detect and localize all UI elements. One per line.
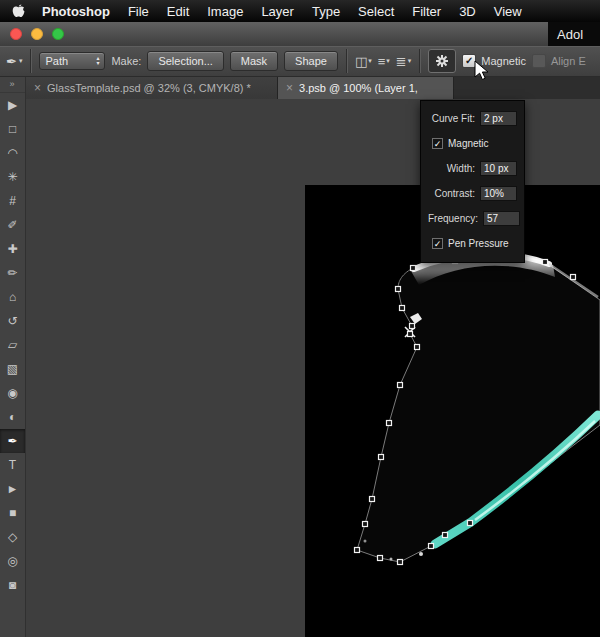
pen-options-panel: Curve Fit: 2 px ✓ Magnetic Width: 10 px …	[420, 100, 525, 263]
dodge-tool[interactable]: ◐	[0, 405, 25, 429]
quick-mask-icon: ◙	[9, 579, 16, 591]
tab-glasstemplate[interactable]: × GlassTemplate.psd @ 32% (3, CMYK/8) *	[26, 77, 278, 99]
eraser-tool-icon: ▱	[8, 339, 17, 351]
collapse-panel-button[interactable]: »	[0, 77, 25, 93]
clone-stamp-tool-icon: ⌂	[9, 291, 16, 303]
clone-stamp-tool[interactable]: ⌂	[0, 285, 25, 309]
path-selection-tool[interactable]: ►	[0, 477, 25, 501]
divider	[419, 49, 420, 73]
eraser-tool[interactable]: ▱	[0, 333, 25, 357]
quick-selection-tool[interactable]: ✳	[0, 165, 25, 189]
eyedropper-tool-icon: ✐	[7, 219, 17, 231]
pen-pressure-checkbox[interactable]: ✓	[432, 238, 443, 249]
path-operations-icon: ◫	[355, 54, 367, 69]
zoom-window-button[interactable]	[52, 28, 64, 40]
brush-tool-icon: ✏	[7, 267, 17, 279]
menu-filter[interactable]: Filter	[403, 4, 450, 19]
menu-type[interactable]: Type	[303, 4, 349, 19]
chevron-down-icon: ▾	[19, 57, 23, 65]
quick-mask-toggle[interactable]: ◙	[0, 573, 25, 597]
hand-tool[interactable]: ◇	[0, 525, 25, 549]
marquee-tool[interactable]: □	[0, 117, 25, 141]
magnetic-row[interactable]: ✓ Magnetic	[421, 131, 524, 156]
width-input[interactable]: 10 px	[480, 161, 517, 176]
tool-mode-value: Path	[45, 55, 68, 67]
eyedropper-tool[interactable]: ✐	[0, 213, 25, 237]
frequency-input[interactable]: 57	[483, 211, 520, 226]
healing-brush-tool[interactable]: ✚	[0, 237, 25, 261]
options-bar: ✒ ▾ Path ▴▾ Make: Selection... Mask Shap…	[0, 46, 600, 77]
frequency-label: Frequency:	[428, 213, 478, 224]
minimize-window-button[interactable]	[31, 28, 43, 40]
magnetic-panel-checkbox[interactable]: ✓	[432, 138, 443, 149]
contrast-input[interactable]: 10%	[480, 186, 517, 201]
magnetic-panel-label: Magnetic	[448, 138, 489, 149]
close-tab-icon[interactable]: ×	[34, 81, 41, 95]
frequency-row: Frequency: 57	[421, 206, 524, 231]
menu-file[interactable]: File	[119, 4, 158, 19]
healing-brush-tool-icon: ✚	[7, 243, 17, 255]
apple-menu[interactable]	[0, 4, 33, 19]
path-alignment-icon: ≡	[378, 54, 386, 69]
title-bar: Adol	[0, 22, 600, 47]
curve-fit-input[interactable]: 2 px	[480, 111, 517, 126]
rectangle-tool[interactable]: ■	[0, 501, 25, 525]
menu-edit[interactable]: Edit	[158, 4, 198, 19]
apple-icon	[12, 4, 25, 19]
type-tool[interactable]: T	[0, 453, 25, 477]
move-tool-icon: ▶	[8, 99, 17, 111]
lasso-tool-icon: ◠	[7, 147, 17, 159]
menu-bar: Photoshop File Edit Image Layer Type Sel…	[0, 0, 600, 22]
dodge-tool-icon: ◐	[9, 411, 16, 423]
menu-select[interactable]: Select	[349, 4, 403, 19]
tools-panel: » ▶ □ ◠ ✳ # ✐ ✚ ✏ ⌂ ↺ ▱ ▧ ◉ ◐ ✒ T ► ■ ◇ …	[0, 77, 26, 637]
brush-tool[interactable]: ✏	[0, 261, 25, 285]
history-brush-tool[interactable]: ↺	[0, 309, 25, 333]
double-chevron-icon: »	[9, 80, 15, 89]
gear-icon	[435, 54, 449, 68]
quick-selection-tool-icon: ✳	[7, 171, 17, 183]
align-edges-label: Align E	[551, 55, 586, 67]
path-arrangement-button[interactable]: ≣ ▾	[396, 54, 411, 69]
hand-tool-icon: ◇	[8, 531, 17, 543]
menu-view[interactable]: View	[485, 4, 531, 19]
tab-3psb[interactable]: × 3.psb @ 100% (Layer 1,	[278, 77, 454, 99]
pen-tool-icon: ✒	[7, 435, 17, 447]
menu-image[interactable]: Image	[198, 4, 252, 19]
tool-preset-picker[interactable]: ✒ ▾	[6, 54, 22, 69]
close-window-button[interactable]	[10, 28, 22, 40]
pick-tool-mode-dropdown[interactable]: Path ▴▾	[39, 52, 105, 70]
document-tabs: × GlassTemplate.psd @ 32% (3, CMYK/8) * …	[26, 77, 600, 99]
make-label: Make:	[111, 55, 141, 67]
gradient-tool[interactable]: ▧	[0, 357, 25, 381]
close-tab-icon[interactable]: ×	[286, 81, 293, 95]
rectangle-tool-icon: ■	[9, 507, 16, 519]
magnetic-option[interactable]: ✓ Magnetic	[462, 54, 526, 68]
contrast-label: Contrast:	[428, 188, 475, 199]
chevron-down-icon: ▾	[368, 57, 372, 65]
pen-tool[interactable]: ✒	[0, 429, 25, 453]
photoshop-window: Photoshop File Edit Image Layer Type Sel…	[0, 0, 600, 637]
path-alignment-button[interactable]: ≡ ▾	[378, 54, 390, 69]
lasso-tool[interactable]: ◠	[0, 141, 25, 165]
pen-pressure-row[interactable]: ✓ Pen Pressure	[421, 231, 524, 256]
align-edges-option: Align E	[532, 54, 586, 68]
make-selection-button[interactable]: Selection...	[147, 51, 223, 71]
zoom-tool[interactable]: ◎	[0, 549, 25, 573]
path-operations-button[interactable]: ◫ ▾	[355, 54, 372, 69]
menu-layer[interactable]: Layer	[252, 4, 303, 19]
menu-photoshop[interactable]: Photoshop	[33, 4, 119, 19]
chevron-down-icon: ▾	[386, 57, 390, 65]
curve-fit-label: Curve Fit:	[428, 113, 475, 124]
tab-label: GlassTemplate.psd @ 32% (3, CMYK/8) *	[47, 82, 251, 94]
pen-options-gear-button[interactable]	[428, 49, 456, 73]
width-row: Width: 10 px	[421, 156, 524, 181]
crop-tool[interactable]: #	[0, 189, 25, 213]
make-shape-button[interactable]: Shape	[284, 51, 338, 71]
blur-tool[interactable]: ◉	[0, 381, 25, 405]
make-mask-button[interactable]: Mask	[230, 51, 278, 71]
type-tool-icon: T	[9, 459, 16, 471]
menu-3d[interactable]: 3D	[450, 4, 485, 19]
marquee-tool-icon: □	[9, 123, 16, 135]
move-tool[interactable]: ▶	[0, 93, 25, 117]
